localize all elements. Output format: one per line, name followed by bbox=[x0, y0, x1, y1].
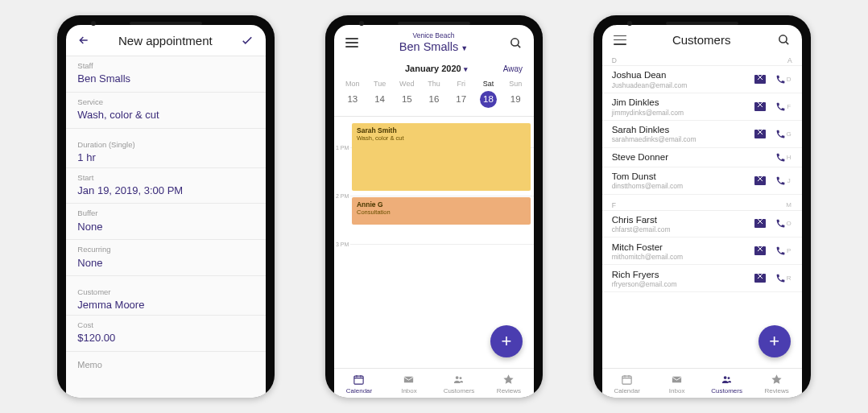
customer-row[interactable]: Tom Dunstdinstthoms@email.comJ bbox=[602, 167, 802, 195]
customer-row[interactable]: Mitch Fostermithomitch@email.comP bbox=[602, 237, 802, 265]
confirm-icon[interactable] bbox=[240, 33, 254, 47]
field-staff[interactable]: StaffBen Smalls bbox=[66, 56, 266, 93]
bottom-nav: Calendar Inbox Customers Reviews bbox=[334, 368, 534, 398]
nav-calendar[interactable]: Calendar bbox=[334, 369, 384, 398]
customer-row[interactable]: Sarah Dinklessarahmaedinks@email.comG bbox=[602, 121, 802, 148]
appbar: Venice Beach Ben Smalls▼ bbox=[334, 25, 534, 57]
day-mon[interactable]: Mon13 bbox=[339, 80, 366, 108]
calendar-icon bbox=[621, 374, 633, 386]
add-button[interactable]: + bbox=[758, 325, 791, 357]
appbar: Customers bbox=[602, 25, 802, 55]
day-tue[interactable]: Tue14 bbox=[366, 80, 394, 108]
away-button[interactable]: Away bbox=[503, 64, 523, 73]
mail-icon[interactable] bbox=[754, 130, 766, 138]
mail-icon[interactable] bbox=[754, 176, 766, 185]
svg-point-3 bbox=[456, 376, 459, 379]
month-selector[interactable]: January 2020▾ bbox=[370, 64, 503, 73]
customer-row[interactable]: Steve DonnerH bbox=[602, 148, 802, 167]
field-cost[interactable]: Cost$120.00 bbox=[66, 316, 266, 352]
phone-icon[interactable] bbox=[775, 176, 786, 186]
nav-customers[interactable]: Customers bbox=[434, 369, 484, 398]
chevron-down-icon: ▼ bbox=[461, 44, 468, 52]
phone-icon[interactable] bbox=[775, 218, 786, 229]
day-wed[interactable]: Wed15 bbox=[393, 80, 420, 108]
customer-row[interactable]: Jim Dinklesjimmydinks@email.comF bbox=[602, 93, 802, 121]
svg-rect-2 bbox=[404, 377, 413, 383]
svg-point-8 bbox=[724, 376, 727, 379]
page-title: Customers bbox=[626, 33, 777, 47]
nav-reviews[interactable]: Reviews bbox=[752, 369, 802, 398]
phone-calendar: Venice Beach Ben Smalls▼ January 2020▾ A… bbox=[325, 15, 543, 398]
mail-icon[interactable] bbox=[754, 102, 766, 111]
customer-row[interactable]: Rich Fryersrfryerson@email.comR bbox=[602, 265, 802, 292]
page-title: New appointment bbox=[90, 34, 240, 47]
phone-icon[interactable] bbox=[775, 101, 786, 112]
field-start[interactable]: StartJan 19, 2019, 3:00 PM bbox=[66, 168, 266, 204]
svg-rect-7 bbox=[672, 377, 681, 383]
mail-icon bbox=[403, 374, 415, 386]
people-icon bbox=[721, 374, 733, 386]
svg-point-4 bbox=[460, 377, 462, 379]
star-icon bbox=[502, 374, 515, 386]
appbar: New appointment bbox=[66, 25, 266, 56]
phone-icon[interactable] bbox=[775, 273, 786, 283]
customer-row[interactable]: Chris Farstchfarst@email.comO bbox=[602, 211, 802, 238]
mail-icon[interactable] bbox=[754, 274, 766, 283]
svg-rect-1 bbox=[354, 376, 363, 384]
week-row: Mon13 Tue14 Wed15 Thu16 Fri17 Sat18 Sun1… bbox=[334, 78, 534, 108]
staff-selector[interactable]: Venice Beach Ben Smalls▼ bbox=[399, 31, 468, 54]
phone-new-appointment: New appointment StaffBen Smalls ServiceW… bbox=[57, 15, 275, 398]
nav-reviews[interactable]: Reviews bbox=[484, 369, 534, 398]
field-memo[interactable]: Memo bbox=[66, 352, 266, 374]
customer-row[interactable]: Joshua DeanJushuadean@email.comD bbox=[602, 66, 802, 93]
field-recurring[interactable]: RecurringNone bbox=[66, 240, 266, 276]
day-fri[interactable]: Fri17 bbox=[448, 80, 475, 108]
phone-icon[interactable] bbox=[775, 74, 786, 85]
nav-customers[interactable]: Customers bbox=[702, 369, 752, 398]
field-buffer[interactable]: BufferNone bbox=[66, 204, 266, 240]
mail-icon bbox=[671, 374, 683, 386]
day-thu[interactable]: Thu16 bbox=[420, 80, 448, 108]
appointment-form: StaffBen Smalls ServiceWash, color & cut… bbox=[66, 56, 266, 398]
customer-list[interactable]: DA Joshua DeanJushuadean@email.comD Jim … bbox=[602, 55, 802, 368]
svg-point-0 bbox=[511, 38, 519, 45]
field-service[interactable]: ServiceWash, color & cut bbox=[66, 93, 266, 129]
add-button[interactable]: + bbox=[490, 325, 523, 357]
event-sarah-smith[interactable]: Sarah SmithWash, color & cut bbox=[352, 123, 531, 191]
event-annie-g[interactable]: Annie GConsultation bbox=[352, 197, 531, 225]
chevron-down-icon: ▾ bbox=[464, 65, 468, 73]
svg-point-9 bbox=[728, 377, 730, 379]
section-f: FM bbox=[602, 200, 802, 211]
people-icon bbox=[453, 374, 465, 386]
day-sun[interactable]: Sun19 bbox=[502, 80, 529, 108]
phone-customers: Customers DA Joshua DeanJushuadean@email… bbox=[593, 15, 811, 398]
star-icon bbox=[771, 374, 783, 386]
search-icon[interactable] bbox=[509, 36, 523, 50]
mail-icon[interactable] bbox=[754, 75, 766, 84]
mail-icon[interactable] bbox=[754, 219, 766, 228]
back-icon[interactable] bbox=[77, 34, 90, 47]
nav-calendar[interactable]: Calendar bbox=[602, 369, 652, 398]
menu-icon[interactable] bbox=[614, 35, 626, 45]
field-customer[interactable]: CustomerJemma Moore bbox=[66, 276, 266, 316]
bottom-nav: Calendar Inbox Customers Reviews bbox=[602, 368, 802, 398]
svg-rect-6 bbox=[622, 376, 631, 384]
month-row: January 2020▾ Away bbox=[334, 57, 534, 78]
svg-point-5 bbox=[779, 35, 786, 43]
nav-inbox[interactable]: Inbox bbox=[384, 369, 434, 398]
calendar-icon bbox=[353, 374, 365, 386]
day-sat[interactable]: Sat18 bbox=[475, 80, 502, 108]
menu-icon[interactable] bbox=[345, 38, 358, 47]
phone-icon[interactable] bbox=[775, 129, 786, 139]
nav-inbox[interactable]: Inbox bbox=[652, 369, 702, 398]
phone-icon[interactable] bbox=[775, 246, 786, 256]
phone-icon[interactable] bbox=[775, 152, 786, 163]
mail-icon[interactable] bbox=[754, 246, 766, 255]
field-duration[interactable]: Duration (Single)1 hr bbox=[66, 129, 266, 168]
section-d: DA bbox=[602, 55, 802, 66]
search-icon[interactable] bbox=[777, 33, 791, 47]
